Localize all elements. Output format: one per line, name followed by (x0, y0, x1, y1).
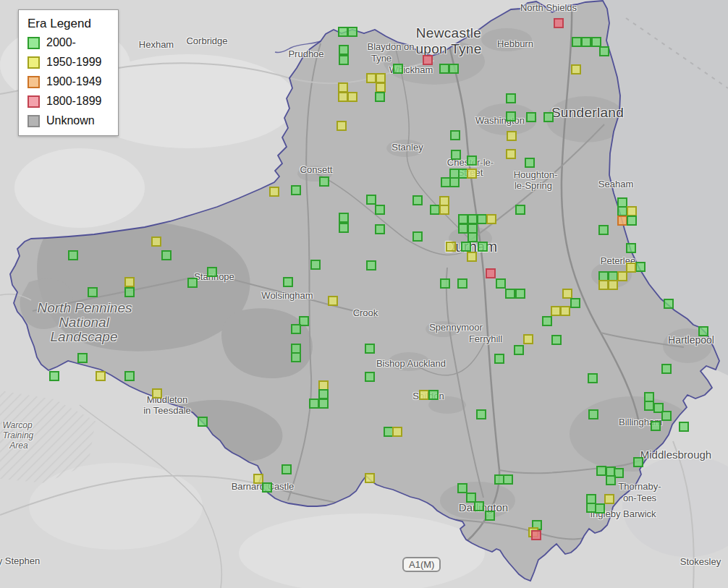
era-marker-2000s[interactable] (457, 483, 467, 493)
era-marker-2000s[interactable] (515, 289, 525, 299)
era-marker-2000s[interactable] (318, 399, 329, 409)
era-marker-1950-1999[interactable] (366, 73, 376, 83)
era-marker-2000s[interactable] (633, 457, 643, 467)
era-marker-1800-1899[interactable] (486, 268, 496, 278)
era-marker-1950-1999[interactable] (626, 263, 636, 273)
era-marker-2000s[interactable] (588, 373, 598, 383)
era-marker-2000s[interactable] (347, 27, 357, 37)
era-marker-2000s[interactable] (551, 335, 562, 345)
era-marker-2000s[interactable] (339, 55, 349, 65)
era-marker-1950-1999[interactable] (392, 427, 402, 437)
era-marker-1950-1999[interactable] (269, 187, 279, 197)
era-marker-2000s[interactable] (506, 93, 516, 103)
era-marker-2000s[interactable] (339, 223, 349, 233)
era-marker-2000s[interactable] (570, 298, 580, 308)
era-marker-2000s[interactable] (477, 214, 487, 224)
era-marker-1950-1999[interactable] (551, 306, 561, 316)
era-marker-2000s[interactable] (461, 242, 471, 252)
era-marker-2000s[interactable] (596, 466, 606, 476)
era-marker-2000s[interactable] (430, 205, 440, 215)
era-marker-2000s[interactable] (207, 267, 217, 277)
era-marker-1900-1949[interactable] (617, 216, 627, 226)
era-marker-2000s[interactable] (440, 278, 450, 289)
era-marker-2000s[interactable] (478, 242, 488, 252)
era-marker-2000s[interactable] (458, 223, 468, 234)
era-marker-2000s[interactable] (595, 503, 605, 514)
era-marker-2000s[interactable] (514, 345, 524, 355)
era-marker-2000s[interactable] (515, 205, 525, 215)
era-marker-2000s[interactable] (679, 422, 689, 432)
era-marker-1950-1999[interactable] (439, 205, 449, 215)
era-marker-2000s[interactable] (543, 112, 554, 122)
era-marker-2000s[interactable] (627, 216, 637, 226)
era-marker-2000s[interactable] (698, 326, 708, 336)
era-marker-2000s[interactable] (449, 177, 460, 187)
era-marker-2000s[interactable] (319, 176, 329, 187)
era-marker-1950-1999[interactable] (151, 237, 161, 247)
map-viewport[interactable]: North ShieldsNewcastleupon TyneHebburnHe… (0, 0, 728, 588)
era-marker-2000s[interactable] (661, 411, 672, 421)
era-marker-2000s[interactable] (503, 474, 513, 485)
era-marker-2000s[interactable] (598, 225, 609, 235)
era-marker-1950-1999[interactable] (419, 390, 429, 400)
era-marker-2000s[interactable] (366, 260, 376, 270)
era-marker-2000s[interactable] (291, 324, 301, 334)
era-marker-2000s[interactable] (506, 111, 516, 122)
era-marker-1950-1999[interactable] (152, 388, 162, 399)
era-marker-2000s[interactable] (599, 46, 609, 56)
era-marker-2000s[interactable] (449, 64, 459, 74)
era-marker-2000s[interactable] (375, 205, 385, 215)
era-marker-2000s[interactable] (365, 372, 375, 382)
era-marker-2000s[interactable] (282, 464, 292, 474)
era-marker-2000s[interactable] (262, 482, 272, 493)
era-marker-2000s[interactable] (124, 287, 135, 297)
era-marker-1950-1999[interactable] (608, 280, 618, 290)
era-marker-2000s[interactable] (318, 389, 329, 399)
era-marker-1950-1999[interactable] (467, 252, 477, 262)
era-marker-2000s[interactable] (474, 501, 484, 511)
era-marker-1950-1999[interactable] (467, 169, 477, 179)
era-marker-1950-1999[interactable] (347, 92, 357, 102)
era-marker-2000s[interactable] (365, 344, 375, 354)
era-marker-2000s[interactable] (309, 399, 319, 409)
era-marker-2000s[interactable] (393, 64, 403, 74)
era-marker-2000s[interactable] (412, 195, 423, 205)
era-marker-1950-1999[interactable] (617, 271, 627, 281)
era-marker-2000s[interactable] (458, 214, 468, 224)
era-marker-2000s[interactable] (588, 409, 598, 419)
era-marker-2000s[interactable] (591, 37, 601, 47)
era-marker-2000s[interactable] (161, 250, 172, 260)
era-marker-2000s[interactable] (467, 214, 478, 224)
era-marker-1950-1999[interactable] (338, 92, 348, 102)
era-marker-2000s[interactable] (428, 390, 439, 400)
era-marker-2000s[interactable] (451, 150, 461, 160)
era-marker-1800-1899[interactable] (531, 530, 541, 540)
era-marker-1950-1999[interactable] (446, 242, 456, 252)
era-marker-1950-1999[interactable] (486, 214, 496, 224)
era-marker-2000s[interactable] (291, 352, 301, 362)
era-marker-1950-1999[interactable] (328, 296, 338, 306)
era-marker-2000s[interactable] (187, 278, 198, 288)
era-marker-2000s[interactable] (68, 250, 78, 260)
era-marker-2000s[interactable] (476, 409, 486, 419)
era-marker-1950-1999[interactable] (338, 82, 348, 93)
era-marker-1950-1999[interactable] (506, 149, 516, 159)
era-marker-2000s[interactable] (310, 260, 321, 270)
era-marker-1950-1999[interactable] (598, 280, 609, 290)
era-marker-2000s[interactable] (661, 364, 672, 374)
era-marker-2000s[interactable] (617, 206, 627, 216)
era-marker-2000s[interactable] (581, 37, 591, 47)
era-marker-2000s[interactable] (439, 64, 449, 74)
era-marker-2000s[interactable] (339, 213, 349, 223)
era-marker-2000s[interactable] (467, 232, 478, 242)
era-marker-2000s[interactable] (635, 262, 646, 272)
era-marker-2000s[interactable] (49, 371, 59, 381)
era-marker-2000s[interactable] (606, 475, 616, 485)
era-marker-2000s[interactable] (124, 371, 135, 381)
era-marker-2000s[interactable] (467, 155, 477, 166)
era-marker-2000s[interactable] (626, 243, 636, 253)
era-marker-1950-1999[interactable] (627, 206, 637, 216)
era-marker-2000s[interactable] (88, 287, 98, 297)
era-marker-1950-1999[interactable] (376, 82, 386, 93)
era-marker-1950-1999[interactable] (337, 121, 347, 131)
